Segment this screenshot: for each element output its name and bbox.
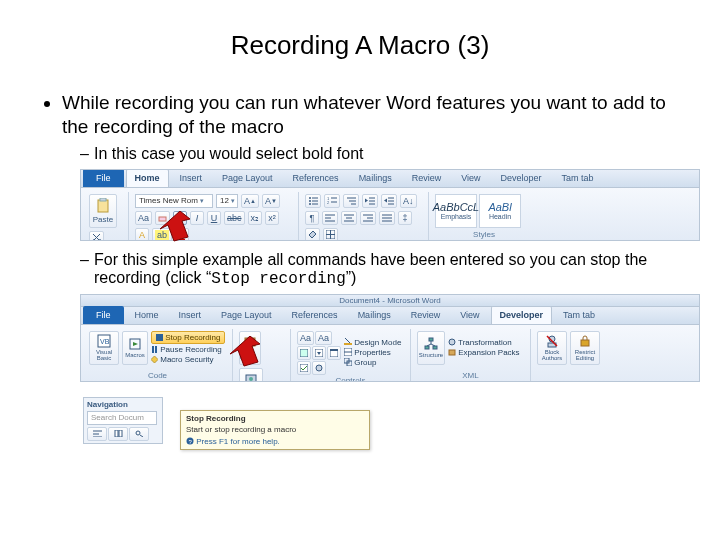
transformation-button[interactable]: Transformation: [448, 338, 520, 347]
tab-home[interactable]: Home: [126, 169, 169, 187]
paste-button[interactable]: Paste: [89, 194, 117, 228]
tab-file[interactable]: File: [83, 306, 124, 324]
pages-icon: [114, 430, 123, 437]
svg-marker-24: [365, 199, 368, 203]
group-xml: Structure Transformation Expansion Packs…: [411, 329, 531, 381]
sort-button[interactable]: A↓: [400, 194, 417, 208]
package-icon: [448, 348, 456, 356]
outdent-icon: [365, 196, 375, 205]
nav-pane-title: Navigation: [87, 400, 159, 409]
borders-button[interactable]: [323, 228, 338, 241]
style-heading[interactable]: AaBl Headin: [479, 194, 521, 228]
font-size-value: 12: [220, 196, 229, 205]
tab-references[interactable]: References: [284, 169, 348, 187]
tab-mailings[interactable]: Mailings: [350, 169, 401, 187]
tab-insert[interactable]: Insert: [171, 169, 212, 187]
control-plaintext[interactable]: Aa: [315, 331, 332, 345]
tab-home[interactable]: Home: [126, 306, 168, 324]
control-richtext[interactable]: Aa: [297, 331, 314, 345]
strikethrough-button[interactable]: abc: [224, 211, 245, 225]
font-family-select[interactable]: Times New Rom▾: [135, 194, 213, 208]
tools-icon: [315, 364, 323, 372]
tab-tam[interactable]: Tam tab: [553, 169, 603, 187]
tab-view[interactable]: View: [452, 169, 489, 187]
svg-rect-80: [449, 350, 455, 355]
line-spacing-button[interactable]: ‡: [398, 211, 412, 225]
control-legacy[interactable]: [312, 361, 326, 375]
svg-rect-1: [100, 198, 106, 201]
superscript-button[interactable]: x²: [265, 211, 279, 225]
underline-button[interactable]: U: [207, 211, 221, 225]
svg-point-4: [93, 240, 96, 241]
tab-review[interactable]: Review: [402, 306, 450, 324]
svg-point-79: [449, 339, 455, 345]
tab-developer[interactable]: Developer: [491, 306, 553, 324]
decrease-indent-button[interactable]: [362, 194, 378, 208]
tab-review[interactable]: Review: [403, 169, 451, 187]
chevron-down-icon: ▾: [231, 197, 235, 205]
tab-page-layout[interactable]: Page Layout: [213, 169, 282, 187]
control-checkbox[interactable]: [297, 361, 311, 375]
svg-rect-60: [300, 349, 308, 357]
svg-marker-56: [151, 356, 158, 363]
svg-marker-48: [160, 211, 190, 241]
style-sample: AaBbCcL: [433, 201, 479, 213]
align-center-button[interactable]: [341, 211, 357, 225]
show-marks-button[interactable]: ¶: [305, 211, 319, 225]
italic-button[interactable]: I: [190, 211, 204, 225]
nav-tab-headings[interactable]: [87, 427, 107, 441]
align-left-button[interactable]: [322, 211, 338, 225]
svg-rect-0: [98, 200, 108, 212]
cut-button[interactable]: [89, 231, 104, 241]
tab-tam[interactable]: Tam tab: [554, 306, 604, 324]
visual-basic-button[interactable]: VB Visual Basic: [89, 331, 119, 365]
control-combo[interactable]: [312, 346, 326, 360]
control-picture[interactable]: [297, 346, 311, 360]
font-family-value: Times New Rom: [139, 196, 198, 205]
align-justify-icon: [382, 213, 392, 222]
justify-button[interactable]: [379, 211, 395, 225]
font-size-select[interactable]: 12▾: [216, 194, 238, 208]
tab-insert[interactable]: Insert: [170, 306, 211, 324]
lock-icon: [578, 334, 592, 348]
restrict-editing-button[interactable]: Restrict Editing: [570, 331, 600, 365]
increase-indent-button[interactable]: [381, 194, 397, 208]
list-number-icon: 12: [327, 196, 337, 205]
block-authors-icon: [545, 334, 559, 348]
svg-marker-28: [384, 199, 387, 203]
block-authors-button[interactable]: Block Authors: [537, 331, 567, 365]
tab-developer[interactable]: Developer: [492, 169, 551, 187]
design-mode-button[interactable]: Design Mode: [344, 338, 401, 347]
group-button[interactable]: Group: [344, 358, 401, 367]
tab-references[interactable]: References: [283, 306, 347, 324]
nav-tab-pages[interactable]: [108, 427, 128, 441]
nav-search-input[interactable]: Search Docum: [87, 411, 157, 425]
expansion-packs-button[interactable]: Expansion Packs: [448, 348, 520, 357]
grow-font-button[interactable]: A▲: [241, 194, 259, 208]
macros-button[interactable]: Macros: [122, 331, 148, 365]
tab-view[interactable]: View: [451, 306, 488, 324]
multilevel-list-button[interactable]: [343, 194, 359, 208]
numbering-button[interactable]: 12: [324, 194, 340, 208]
macros-label: Macros: [125, 352, 145, 358]
align-right-button[interactable]: [360, 211, 376, 225]
subscript-button[interactable]: x₂: [248, 211, 263, 225]
properties-button[interactable]: Properties: [344, 348, 401, 357]
shrink-font-button[interactable]: A▼: [262, 194, 280, 208]
nav-tab-results[interactable]: [129, 427, 149, 441]
com-addins-button[interactable]: COM Add-Ins: [239, 368, 263, 382]
group-icon: [344, 358, 352, 366]
grid-icon: [326, 230, 335, 239]
control-date[interactable]: [327, 346, 341, 360]
tab-mailings[interactable]: Mailings: [349, 306, 400, 324]
tab-page-layout[interactable]: Page Layout: [212, 306, 281, 324]
indent-icon: [384, 196, 394, 205]
tab-file[interactable]: File: [83, 169, 124, 187]
bullets-button[interactable]: [305, 194, 321, 208]
sub2-text-a: For this simple example all commands hav…: [94, 251, 647, 286]
style-name: Emphasis: [441, 213, 472, 220]
style-emphasis[interactable]: AaBbCcL Emphasis: [435, 194, 477, 228]
structure-button[interactable]: Structure: [417, 331, 445, 365]
com-addin-icon: [245, 372, 257, 382]
shading-button[interactable]: [305, 228, 320, 241]
